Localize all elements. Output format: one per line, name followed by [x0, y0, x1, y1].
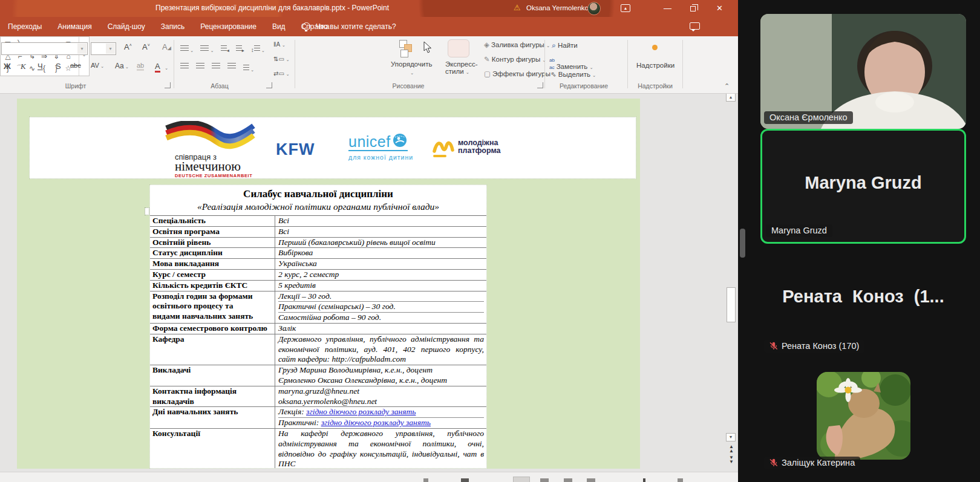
- tell-me-box[interactable]: Что вы хотите сделать?: [316, 22, 396, 31]
- addins-button[interactable]: Надстройки: [636, 62, 675, 69]
- paragraph-row1: ⌄ ⌄ ◂ ▸ ↕ ⌄: [180, 44, 265, 54]
- zoom-slider[interactable]: [643, 478, 645, 482]
- highlight-button[interactable]: ab: [137, 62, 144, 71]
- participant-tile-kateryna[interactable]: Заліщук Катерина: [760, 370, 966, 482]
- collapse-ribbon-button[interactable]: ⌃: [724, 82, 730, 90]
- shape-effects-button[interactable]: ▢ Эффекты фигуры ⌄: [484, 70, 556, 78]
- close-button[interactable]: ✕: [707, 0, 733, 17]
- reading-view-button[interactable]: [564, 478, 572, 482]
- scroll-up-button[interactable]: ▴: [726, 94, 736, 102]
- line-spacing-button[interactable]: ↕ ⌄: [251, 44, 265, 54]
- arrange-dropdown[interactable]: ⌄: [410, 70, 414, 76]
- zoom-in-button[interactable]: [678, 478, 683, 482]
- account-name[interactable]: Oksana Yermolenko: [526, 4, 589, 11]
- table-row: ВикладачіГрузд Марина Володимирівна, к.е…: [150, 365, 486, 386]
- tab-переходы[interactable]: Переходы: [0, 17, 50, 36]
- font-name-combo[interactable]: ▾: [1, 42, 88, 55]
- grow-font-button[interactable]: А˄: [124, 42, 132, 51]
- slide[interactable]: співпраця з німеччиною DEUTSCHE ZUSAMMEN…: [17, 99, 640, 469]
- align-left-button[interactable]: [180, 63, 189, 70]
- comments-button[interactable]: [461, 478, 469, 482]
- table-row: КафедраДержавного управління, публічного…: [150, 334, 486, 365]
- panel-scrollbar-thumb[interactable]: [740, 229, 745, 258]
- status-bar: [0, 472, 738, 482]
- bold-button[interactable]: Ж: [4, 62, 11, 71]
- separator: [174, 40, 174, 88]
- numbering-button[interactable]: ⌄: [200, 44, 214, 54]
- replace-icon: abac: [549, 57, 555, 70]
- syllabus-block[interactable]: Силабус навчальної дисципліни «Реалізаці…: [149, 184, 487, 469]
- font-size-combo[interactable]: ▾: [91, 42, 116, 55]
- shape-icon[interactable]: ∿: [26, 62, 38, 74]
- decrease-indent-button[interactable]: ◂: [221, 44, 229, 54]
- shape-fill-button[interactable]: ◈ Заливка фигуры ⌄: [484, 41, 550, 49]
- row-label: Освітня програма: [150, 227, 275, 237]
- drawing-dialog-launcher[interactable]: [537, 82, 543, 88]
- tab-вид[interactable]: Вид: [264, 17, 293, 36]
- restore-button[interactable]: [681, 0, 707, 17]
- row-value: Залік: [275, 324, 486, 334]
- character-spacing-button[interactable]: AV ⌄: [91, 62, 104, 69]
- table-row: Статус дисципліниВибіркова: [150, 248, 486, 259]
- strikethrough-button[interactable]: abc: [70, 62, 81, 69]
- align-center-button[interactable]: [196, 63, 204, 70]
- select-button[interactable]: ⇖ Выделить ⌄: [550, 70, 596, 79]
- bullets-button[interactable]: ⌄: [180, 44, 194, 54]
- table-row: Дні навчальних занятьЛекція: згідно діюч…: [150, 407, 486, 429]
- next-slide-button[interactable]: ▼▼: [728, 455, 735, 464]
- font-color-button[interactable]: А: [155, 62, 160, 73]
- minimize-button[interactable]: —: [655, 0, 681, 17]
- scroll-down-button[interactable]: ▾: [726, 433, 736, 441]
- justify-button[interactable]: [227, 63, 236, 70]
- italic-button[interactable]: К: [21, 62, 26, 71]
- smartart-button[interactable]: ⇄▭ ⌄: [273, 70, 290, 77]
- separator: [682, 40, 683, 88]
- text-shadow-button[interactable]: S: [56, 62, 61, 71]
- slideshow-button[interactable]: [587, 478, 595, 482]
- ribbon-display-options-icon[interactable]: ▴: [621, 4, 630, 12]
- search-icon: ⌕: [552, 41, 556, 50]
- schedule-link[interactable]: згідно діючого розкладу занять: [306, 407, 416, 416]
- avatar[interactable]: [587, 2, 601, 15]
- text-direction-button[interactable]: ⦀А ⌄: [273, 41, 286, 48]
- shape-outline-button[interactable]: ✎ Контур фигуры ⌄: [484, 55, 546, 64]
- quick-styles-button[interactable]: Экспресс-стили ⌄: [445, 60, 478, 75]
- replace-button[interactable]: abac Заменить ⌄: [549, 56, 593, 70]
- tab-слайд-шоу[interactable]: Слайд-шоу: [100, 17, 153, 36]
- effects-icon: ▢: [484, 70, 492, 77]
- tab-анимация[interactable]: Анимация: [50, 17, 99, 36]
- previous-slide-button[interactable]: ▲▲: [728, 445, 735, 453]
- font-color-dropdown[interactable]: ⌄: [165, 65, 168, 71]
- columns-button[interactable]: ⌄: [243, 63, 254, 74]
- schedule-link[interactable]: згідно діючого розкладу занять: [321, 418, 431, 427]
- participant-tile-maryna[interactable]: Maryna Gruzd Maryna Gruzd: [760, 129, 966, 244]
- find-button[interactable]: ⌕ Найти: [552, 41, 578, 50]
- separator: [295, 40, 295, 88]
- participant-tile-renata[interactable]: Рената Коноз (1... Рената Коноз (170): [760, 254, 966, 366]
- scrollbar-thumb[interactable]: [727, 287, 736, 322]
- paragraph-dialog-launcher[interactable]: [266, 82, 272, 88]
- row-value: 5 кредитів: [275, 281, 486, 291]
- align-right-button[interactable]: [212, 63, 220, 70]
- font-dialog-launcher[interactable]: [165, 82, 171, 88]
- tab-запись[interactable]: Запись: [153, 17, 192, 36]
- arrange-button[interactable]: Упорядочить: [391, 60, 432, 68]
- table-row: Розподіл годин за формамиосвітнього проц…: [150, 291, 486, 324]
- increase-indent-button[interactable]: ▸: [236, 44, 244, 54]
- logo-band[interactable]: співпраця з німеччиною DEUTSCHE ZUSAMMEN…: [29, 117, 636, 179]
- notes-button[interactable]: [423, 478, 428, 482]
- row-label: Дні навчальних занять: [150, 407, 275, 428]
- table-row: Освітня програмаВсі: [150, 227, 486, 238]
- clear-formatting-button[interactable]: А◢: [162, 42, 171, 51]
- underline-button[interactable]: Ч: [38, 62, 43, 71]
- table-handle[interactable]: [145, 207, 149, 215]
- participant-tile-oksana[interactable]: Оксана Єрмоленко: [760, 14, 966, 129]
- change-case-button[interactable]: Aa ⌄: [115, 62, 129, 70]
- normal-view-button[interactable]: [513, 477, 530, 482]
- comment-icon[interactable]: [690, 22, 700, 30]
- shrink-font-button[interactable]: А˅: [142, 42, 150, 51]
- slide-sorter-button[interactable]: [540, 478, 549, 482]
- align-text-button[interactable]: ⇅▭ ⌄: [273, 56, 290, 62]
- row-label: Мова викладання: [150, 259, 275, 269]
- tab-рецензирование[interactable]: Рецензирование: [192, 17, 264, 36]
